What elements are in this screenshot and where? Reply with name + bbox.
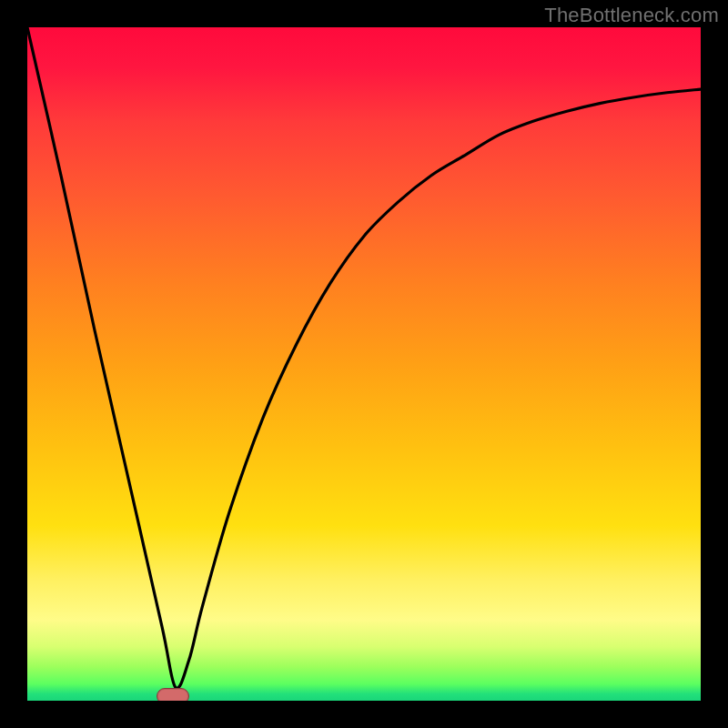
watermark-text: TheBottleneck.com: [544, 4, 719, 27]
curve-path: [27, 27, 701, 688]
bottleneck-curve: [27, 27, 701, 701]
plot-area: [27, 27, 701, 701]
chart-frame: TheBottleneck.com: [0, 0, 728, 728]
optimal-marker: [157, 688, 189, 701]
